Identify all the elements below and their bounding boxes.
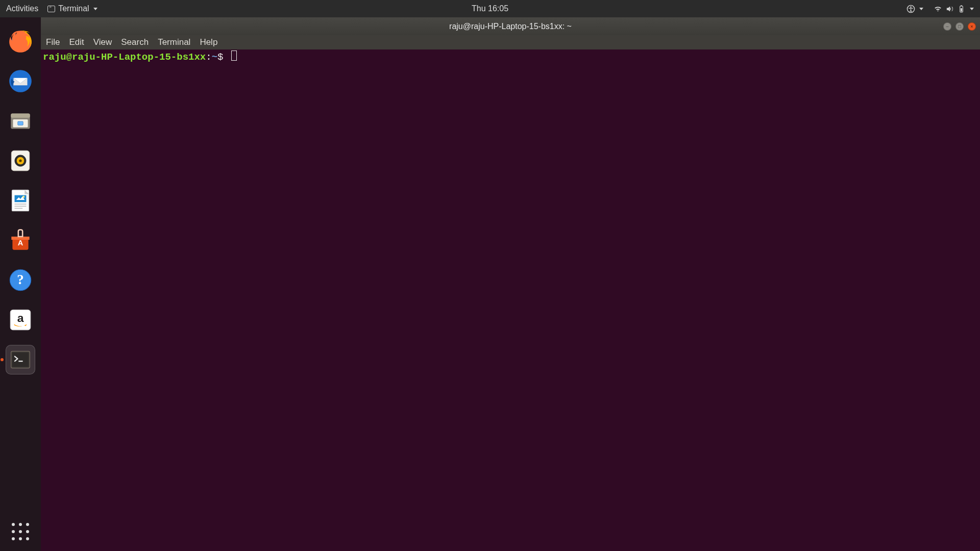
libreoffice-writer-icon (7, 187, 34, 214)
prompt-user-host: raju@raju-HP-Laptop-15-bs1xx (43, 52, 206, 63)
prompt-colon: : (206, 52, 211, 63)
thunderbird-icon (7, 68, 34, 94)
wifi-icon (934, 5, 942, 13)
menu-edit[interactable]: Edit (69, 37, 84, 47)
dock-ubuntu-software[interactable]: A (6, 226, 35, 255)
text-cursor (231, 51, 237, 61)
prompt-symbol: $ (217, 52, 223, 63)
amazon-icon: a (7, 307, 34, 333)
app-menu[interactable]: Terminal (47, 4, 97, 13)
ubuntu-dock: A ? a (0, 17, 41, 551)
window-title: raju@raju-HP-Laptop-15-bs1xx: ~ (449, 22, 572, 31)
prompt-path: ~ (212, 52, 217, 63)
window-controls: – □ × (943, 22, 976, 31)
svg-rect-20 (15, 208, 23, 209)
maximize-button[interactable]: □ (955, 22, 964, 31)
software-icon: A (7, 227, 34, 254)
menu-view[interactable]: View (93, 37, 112, 47)
menu-search[interactable]: Search (121, 37, 149, 47)
close-button[interactable]: × (968, 22, 976, 31)
accessibility-menu[interactable] (906, 5, 923, 13)
terminal-small-icon (47, 6, 55, 12)
svg-rect-8 (11, 113, 30, 117)
svg-rect-18 (15, 204, 27, 205)
activities-label: Activities (6, 4, 38, 13)
svg-rect-29 (18, 361, 22, 362)
svg-rect-3 (961, 5, 962, 6)
menu-file[interactable]: File (46, 37, 60, 47)
system-status-area[interactable] (934, 5, 974, 13)
svg-rect-10 (18, 121, 23, 125)
svg-text:a: a (17, 311, 24, 324)
show-applications-button[interactable] (11, 522, 30, 541)
minimize-button[interactable]: – (943, 22, 951, 31)
activities-button[interactable]: Activities (6, 4, 38, 13)
svg-point-1 (910, 6, 912, 8)
chevron-down-icon (93, 8, 97, 10)
svg-point-14 (19, 159, 21, 162)
menu-help[interactable]: Help (200, 37, 217, 47)
accessibility-icon (906, 5, 915, 13)
svg-text:?: ? (17, 272, 24, 287)
window-titlebar[interactable]: raju@raju-HP-Laptop-15-bs1xx: ~ – □ × (41, 17, 980, 35)
svg-text:A: A (18, 239, 23, 247)
rhythmbox-icon (7, 147, 34, 174)
dock-help[interactable]: ? (6, 265, 35, 295)
svg-rect-28 (12, 353, 28, 367)
firefox-icon (7, 28, 34, 55)
terminal-icon (9, 348, 32, 371)
dock-libreoffice-writer[interactable] (6, 186, 35, 215)
dock-amazon[interactable]: a (6, 305, 35, 335)
dock-rhythmbox[interactable] (6, 146, 35, 176)
topbar-right-group (906, 5, 974, 13)
svg-rect-4 (961, 8, 962, 11)
volume-icon (945, 5, 954, 13)
topbar-left-group: Activities Terminal (6, 4, 97, 13)
svg-rect-19 (15, 206, 27, 207)
clock[interactable]: Thu 16:05 (472, 4, 508, 13)
files-icon (7, 108, 34, 134)
dock-files[interactable] (6, 106, 35, 136)
dock-firefox[interactable] (6, 27, 35, 56)
gnome-top-bar: Activities Terminal Thu 16:05 (0, 0, 980, 17)
svg-point-17 (22, 196, 24, 198)
battery-icon (957, 5, 966, 13)
terminal-menubar: File Edit View Search Terminal Help (41, 35, 980, 49)
chevron-down-icon (970, 8, 974, 10)
app-menu-label: Terminal (58, 4, 89, 13)
dock-terminal[interactable] (6, 345, 35, 374)
terminal-content-area[interactable]: raju@raju-HP-Laptop-15-bs1xx:~$ (41, 49, 980, 551)
terminal-window: raju@raju-HP-Laptop-15-bs1xx: ~ – □ × Fi… (41, 17, 980, 551)
menu-terminal[interactable]: Terminal (158, 37, 190, 47)
dock-thunderbird[interactable] (6, 66, 35, 96)
chevron-down-icon (919, 8, 923, 10)
clock-label: Thu 16:05 (472, 4, 508, 13)
help-icon: ? (7, 267, 34, 293)
